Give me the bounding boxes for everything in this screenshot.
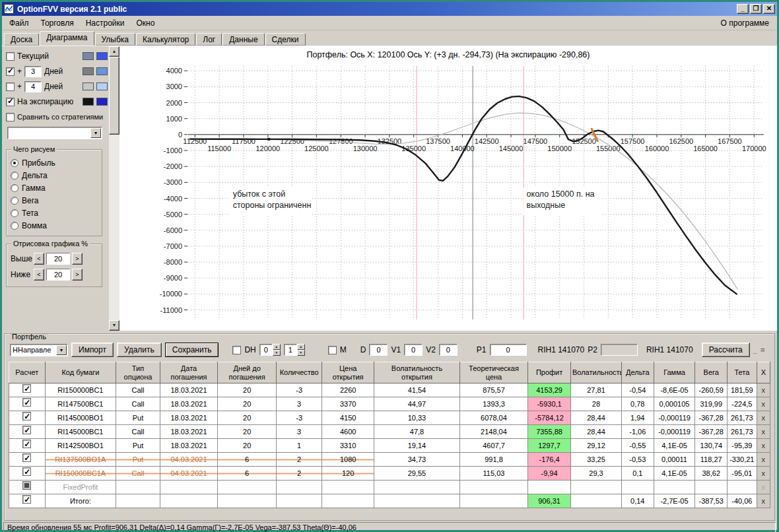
v2-input[interactable] xyxy=(439,344,457,356)
delete-row-button[interactable]: x xyxy=(757,467,770,481)
p1-input[interactable] xyxy=(490,344,527,356)
draw-option-vomma[interactable]: Вомма xyxy=(11,219,98,232)
column-header-13[interactable]: Вега xyxy=(695,362,728,383)
import-button[interactable]: Импорт xyxy=(71,343,114,357)
row-calc-checkbox[interactable] xyxy=(22,398,31,407)
column-header-4[interactable]: Дней до погашения xyxy=(218,362,277,383)
current-color-swatch-2[interactable] xyxy=(96,52,108,60)
tab-log[interactable]: Лог xyxy=(196,33,222,46)
d-input[interactable] xyxy=(369,344,388,356)
radio-delta[interactable] xyxy=(11,172,18,180)
radio-theta[interactable] xyxy=(11,209,18,217)
menu-file[interactable]: Файл xyxy=(3,17,35,29)
days-4-checkbox[interactable] xyxy=(6,83,15,91)
panel-restore-icon[interactable]: = xyxy=(761,346,764,354)
tab-smile[interactable]: Улыбка xyxy=(95,33,136,46)
column-header-0[interactable]: Расчет xyxy=(9,362,46,383)
column-header-12[interactable]: Гамма xyxy=(654,362,695,383)
row-calc-checkbox[interactable] xyxy=(22,384,31,393)
menu-trading[interactable]: Торговля xyxy=(35,17,80,29)
radio-gamma[interactable] xyxy=(11,184,18,192)
p2-input[interactable] xyxy=(601,344,638,356)
delete-row-button[interactable]: x xyxy=(757,494,770,508)
column-header-9[interactable]: Профит xyxy=(528,362,571,383)
below-decrease-icon[interactable]: < xyxy=(34,269,44,281)
row-calc-checkbox[interactable] xyxy=(22,412,31,420)
column-header-1[interactable]: Код бумаги xyxy=(45,362,116,383)
days-3-checkbox[interactable] xyxy=(6,67,15,76)
spin-down-icon[interactable]: ▼ xyxy=(273,350,281,356)
row-calc-checkbox[interactable] xyxy=(22,495,31,504)
draw-option-delta[interactable]: Дельта xyxy=(11,169,98,182)
days-3-input[interactable] xyxy=(24,66,42,77)
expiration-color-swatch-1[interactable] xyxy=(83,98,94,106)
draw-option-vega[interactable]: Вега xyxy=(11,194,98,207)
current-color-swatch-1[interactable] xyxy=(83,52,94,60)
column-header-10[interactable]: Волатильность xyxy=(570,362,621,383)
close-icon[interactable]: ✕ xyxy=(763,4,775,14)
delete-row-button[interactable]: x xyxy=(757,453,770,467)
dh-spinner-1-input[interactable] xyxy=(259,344,273,356)
column-header-3[interactable]: Дата погашения xyxy=(160,362,217,383)
delete-row-button[interactable]: x xyxy=(757,397,770,411)
column-header-14[interactable]: Тета xyxy=(728,362,757,383)
chevron-down-icon[interactable]: ▼ xyxy=(56,345,67,355)
settings-scrollbar[interactable]: ▲ ▼ xyxy=(109,46,119,331)
strategy-select[interactable]: ▼ xyxy=(7,127,102,139)
row-calc-checkbox[interactable] xyxy=(22,453,31,462)
row-calc-checkbox[interactable] xyxy=(22,440,31,448)
above-increase-icon[interactable]: > xyxy=(72,253,83,265)
column-header-2[interactable]: Тип опциона xyxy=(116,362,160,383)
titlebar[interactable]: OptionFVV версия 2.1 public _ ❐ ✕ xyxy=(2,2,777,16)
scroll-up-icon[interactable]: ▲ xyxy=(109,46,119,57)
above-decrease-icon[interactable]: < xyxy=(34,253,44,265)
draw-option-profit[interactable]: Прибыль xyxy=(11,156,98,169)
delete-row-button[interactable]: x xyxy=(757,411,770,425)
tab-deals[interactable]: Сделки xyxy=(265,33,306,46)
tab-calculator[interactable]: Калькулятор xyxy=(136,33,195,46)
draw-option-gamma[interactable]: Гамма xyxy=(11,182,98,194)
column-header-8[interactable]: Теоретическая цена xyxy=(459,362,527,383)
calculate-button[interactable]: Рассчита xyxy=(702,343,750,357)
maximize-icon[interactable]: ❐ xyxy=(750,4,762,14)
days-4-color-swatch-2[interactable] xyxy=(96,83,108,90)
radio-vomma[interactable] xyxy=(11,222,18,230)
below-percent-input[interactable] xyxy=(46,269,70,281)
m-checkbox[interactable] xyxy=(328,346,337,354)
delete-row-button[interactable]: x xyxy=(757,383,770,397)
row-calc-checkbox[interactable] xyxy=(22,426,31,434)
v1-input[interactable] xyxy=(404,344,423,356)
days-4-color-swatch-1[interactable] xyxy=(83,83,94,90)
tab-data[interactable]: Данные xyxy=(222,33,264,46)
scrollbar-thumb[interactable] xyxy=(109,57,119,135)
spin-up-icon[interactable]: ▲ xyxy=(297,344,305,350)
expiration-checkbox[interactable] xyxy=(6,98,15,106)
below-increase-icon[interactable]: > xyxy=(72,269,83,281)
spin-up-icon[interactable]: ▲ xyxy=(273,344,281,350)
days-4-input[interactable] xyxy=(24,81,42,92)
column-header-6[interactable]: Цена открытия xyxy=(322,362,374,383)
above-percent-input[interactable] xyxy=(46,253,70,265)
tab-diagram[interactable]: Диаграмма xyxy=(40,31,94,46)
column-header-7[interactable]: Волатильность открытия xyxy=(374,362,460,383)
days-3-color-swatch-2[interactable] xyxy=(96,67,108,75)
profit-chart[interactable]: 40003000200010000-1000-2000-3000-4000-50… xyxy=(122,61,774,329)
current-checkbox[interactable] xyxy=(6,52,15,61)
compare-strategies-checkbox[interactable] xyxy=(6,113,15,121)
delete-row-button[interactable]: x xyxy=(757,425,770,439)
radio-vega[interactable] xyxy=(11,197,18,205)
save-button[interactable]: Сохранить xyxy=(165,343,219,357)
spin-down-icon[interactable]: ▼ xyxy=(297,350,305,356)
column-header-15[interactable]: X xyxy=(757,362,770,383)
minimize-icon[interactable]: _ xyxy=(737,4,749,14)
row-calc-checkbox[interactable] xyxy=(22,467,31,476)
menu-about[interactable]: О программе xyxy=(714,17,776,29)
direction-select[interactable]: ННаправле ▼ xyxy=(10,344,68,356)
menu-settings[interactable]: Настройки xyxy=(80,17,131,29)
delete-row-button[interactable]: x xyxy=(757,481,770,494)
delete-button[interactable]: Удалить xyxy=(117,343,162,357)
days-3-color-swatch-1[interactable] xyxy=(83,67,94,75)
radio-profit[interactable] xyxy=(11,159,18,167)
menu-window[interactable]: Окно xyxy=(131,17,161,29)
chevron-down-icon[interactable]: ▼ xyxy=(90,128,101,138)
